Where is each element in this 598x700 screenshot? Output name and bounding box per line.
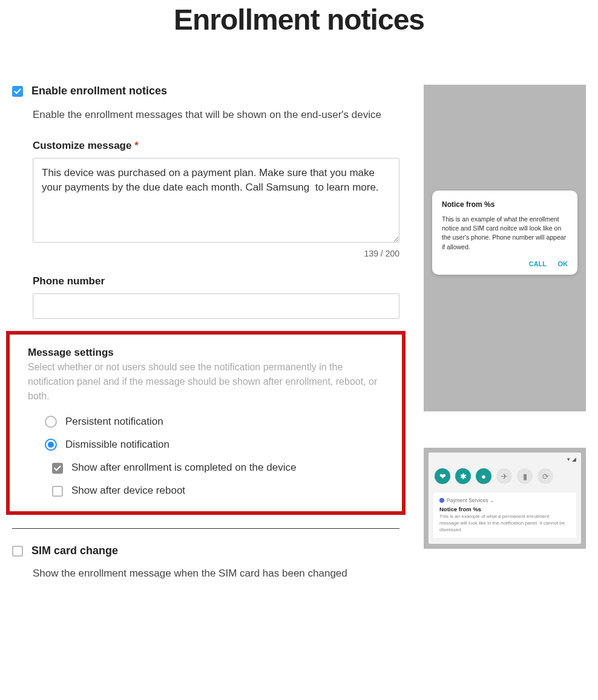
signal-status-icon: ◢	[572, 456, 576, 462]
char-counter: 139 / 200	[33, 249, 399, 258]
preview-notification-title: Notice from %s	[439, 506, 570, 512]
qs-bluetooth-icon: ✱	[455, 468, 471, 484]
message-settings-highlight: Message settings Select whether or not u…	[6, 331, 406, 515]
required-asterisk: *	[134, 140, 139, 151]
wifi-status-icon: ▾	[567, 456, 570, 462]
qs-airplane-icon: ✈	[496, 468, 512, 484]
enable-enrollment-checkbox[interactable]	[12, 86, 23, 97]
sim-card-change-checkbox[interactable]	[12, 546, 23, 557]
message-settings-sub: Select whether or not users should see t…	[28, 360, 387, 404]
customize-message-textarea[interactable]	[33, 158, 399, 243]
preview-dialog-ok-button: OK	[558, 260, 568, 267]
status-bar: ▾ ◢	[433, 456, 576, 462]
show-after-reboot-label: Show after device reboot	[71, 485, 185, 497]
preview-notification-card: Payment Services ⌄ Notice from %s This i…	[433, 492, 576, 538]
enable-enrollment-label: Enable enrollment notices	[31, 85, 167, 97]
dismissible-notification-label: Dismissible notification	[65, 439, 169, 451]
preview-dialog-card: Notice from %s This is an example of wha…	[432, 191, 577, 275]
preview-dialog-frame: Notice from %s This is an example of wha…	[424, 85, 586, 411]
quick-settings-row: ❤ ✱ ● ✈ ▮ ⟳	[433, 466, 576, 486]
page-title: Enrollment notices	[12, 3, 586, 36]
preview-column: Notice from %s This is an example of wha…	[424, 85, 586, 549]
persistent-notification-radio[interactable]	[45, 416, 57, 428]
sim-card-change-label: SIM card change	[31, 545, 118, 557]
dismissible-notification-radio[interactable]	[45, 439, 57, 451]
section-divider	[12, 528, 399, 529]
preview-notification-app: Payment Services ⌄	[439, 497, 570, 503]
customize-message-label: Customize message *	[33, 140, 399, 152]
message-settings-heading: Message settings	[28, 347, 387, 359]
preview-notification-frame: ▾ ◢ ❤ ✱ ● ✈ ▮ ⟳ Payment Services ⌄ Notic…	[424, 448, 586, 549]
enable-enrollment-description: Enable the enrollment messages that will…	[33, 107, 399, 123]
phone-number-input[interactable]	[33, 293, 399, 319]
preview-dialog-title: Notice from %s	[442, 200, 568, 209]
qs-flashlight-icon: ▮	[517, 468, 533, 484]
qs-wifi-icon: ❤	[435, 468, 450, 484]
form-column: Enable enrollment notices Enable the enr…	[12, 85, 399, 581]
sim-card-change-description: Show the enrollment message when the SIM…	[33, 566, 399, 581]
show-after-enrollment-checkbox[interactable]	[52, 463, 63, 474]
preview-dialog-call-button: CALL	[529, 260, 547, 267]
persistent-notification-label: Persistent notification	[65, 416, 163, 428]
show-after-enrollment-label: Show after enrollment is completed on th…	[71, 462, 296, 474]
phone-number-label: Phone number	[33, 275, 399, 287]
qs-rotate-icon: ⟳	[537, 468, 553, 484]
preview-dialog-body: This is an example of what the enrollmen…	[442, 215, 568, 252]
qs-sound-icon: ●	[476, 468, 491, 484]
show-after-reboot-checkbox[interactable]	[52, 486, 63, 497]
preview-notification-body: This is an example of what a permanent e…	[439, 514, 570, 533]
